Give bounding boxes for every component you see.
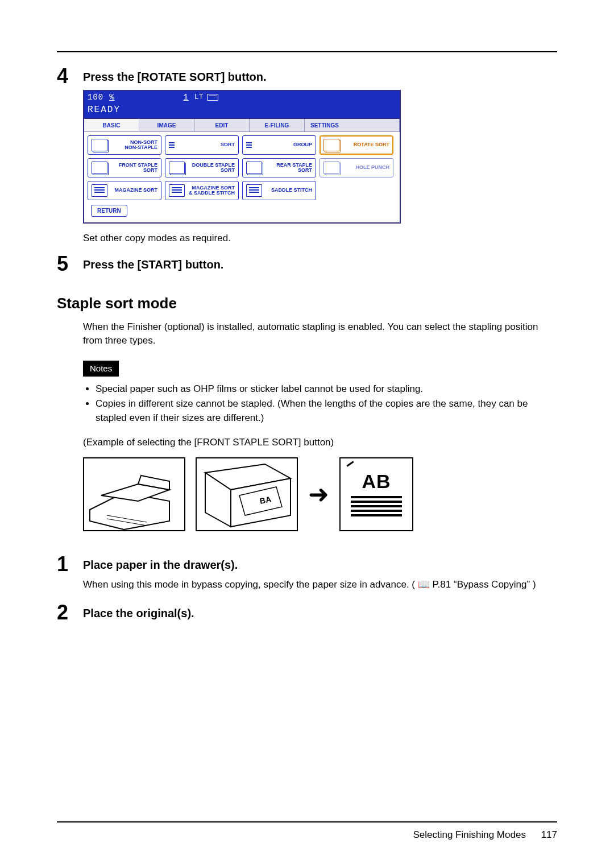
- page: 4 Press the [ROTATE SORT] button. 100 % …: [0, 0, 614, 868]
- step1-text-a: When using this mode in bypass copying, …: [83, 579, 415, 590]
- opt-double-staple[interactable]: DOUBLE STAPLESORT: [165, 158, 239, 177]
- opt-saddle-stitch[interactable]: SADDLE STITCH: [242, 181, 316, 200]
- opt-hole-punch[interactable]: HOLE PUNCH: [320, 158, 393, 177]
- tab-edit[interactable]: EDIT: [194, 119, 250, 132]
- footer: Selecting Finishing Modes 117: [413, 829, 557, 841]
- paper-size: LT: [194, 93, 218, 101]
- top-rule: [57, 51, 557, 52]
- tab-image[interactable]: IMAGE: [139, 119, 194, 132]
- panel-wrap: 100 % 1 LT READY BASIC IMAGE EDIT E-FILI…: [83, 90, 557, 224]
- opt-front-staple[interactable]: FRONT STAPLESORT: [88, 158, 161, 177]
- tab-settings[interactable]: SETTINGS: [305, 119, 400, 132]
- step1-body: When using this mode in bypass copying, …: [83, 578, 557, 592]
- step-title: Press the [START] button.: [83, 254, 223, 271]
- opt-nonsort[interactable]: NON-SORTNON-STAPLE: [88, 135, 161, 155]
- ab-label: AB: [362, 470, 391, 493]
- opt-magazine-saddle[interactable]: MAGAZINE SORT& SADDLE STITCH: [165, 181, 239, 200]
- footer-title: Selecting Finishing Modes: [413, 829, 525, 840]
- book-icon: 📖: [418, 579, 433, 590]
- section-body: When the Finisher (optional) is installe…: [83, 320, 557, 450]
- illus-glass: BA: [196, 457, 298, 531]
- step-title: Place paper in the drawer(s).: [83, 554, 238, 572]
- opt-sort[interactable]: SORT: [165, 135, 239, 155]
- step-number: 5: [57, 254, 83, 274]
- step-number: 4: [57, 66, 83, 86]
- step1-text-b: ): [533, 579, 536, 590]
- return-button[interactable]: RETURN: [91, 205, 127, 217]
- zoom-unit: %: [109, 93, 114, 102]
- tab-basic[interactable]: BASIC: [84, 119, 139, 132]
- step-2: 2 Place the original(s).: [57, 602, 557, 623]
- step-title: Press the [ROTATE SORT] button.: [83, 66, 267, 84]
- panel-tabs: BASIC IMAGE EDIT E-FILING SETTINGS: [84, 118, 400, 132]
- tab-efiling[interactable]: E-FILING: [250, 119, 305, 132]
- note-item: Special paper such as OHP films or stick…: [96, 382, 557, 396]
- note-item: Copies in different size cannot be stapl…: [96, 397, 557, 425]
- text-lines-icon: [351, 496, 402, 519]
- section-intro: When the Finisher (optional) is installe…: [83, 320, 557, 348]
- arrow-icon: ➜: [308, 482, 329, 507]
- tray-icon: [207, 94, 218, 101]
- section-title: Staple sort mode: [57, 295, 557, 312]
- step-number: 1: [57, 554, 83, 574]
- copies-value: 1: [184, 93, 189, 102]
- opt-magazine-sort[interactable]: MAGAZINE SORT: [88, 181, 161, 200]
- step-4: 4 Press the [ROTATE SORT] button.: [57, 66, 557, 86]
- step4-note: Set other copy modes as required.: [83, 232, 557, 246]
- illus-copier: [83, 457, 185, 531]
- copier-panel: 100 % 1 LT READY BASIC IMAGE EDIT E-FILI…: [83, 90, 401, 224]
- illus-output: AB: [339, 457, 413, 531]
- staple-icon: [346, 461, 354, 466]
- step-5: 5 Press the [START] button.: [57, 254, 557, 274]
- step1-ref: P.81 “Bypass Copying”: [432, 579, 530, 590]
- footer-rule: [57, 821, 557, 822]
- step-number: 2: [57, 602, 83, 623]
- example-caption: (Example of selecting the [FRONT STAPLE …: [83, 436, 557, 450]
- opt-rotate-sort[interactable]: ROTATE SORT: [320, 135, 393, 155]
- zoom-value: 100: [88, 93, 103, 102]
- notes-label: Notes: [83, 361, 119, 377]
- step-1: 1 Place paper in the drawer(s).: [57, 554, 557, 574]
- panel-header: 100 % 1 LT: [84, 91, 400, 104]
- options-grid: NON-SORTNON-STAPLE SORT GROUP ROTATE SOR…: [84, 132, 400, 222]
- page-number: 117: [541, 829, 557, 840]
- notes-list: Special paper such as OHP films or stick…: [83, 382, 557, 425]
- opt-rear-staple[interactable]: REAR STAPLESORT: [242, 158, 316, 177]
- opt-group[interactable]: GROUP: [242, 135, 316, 155]
- illustration-row: BA ➜ AB: [83, 457, 557, 531]
- paper-size-label: LT: [194, 93, 204, 101]
- status-ready: READY: [84, 104, 400, 118]
- step-title: Place the original(s).: [83, 602, 194, 620]
